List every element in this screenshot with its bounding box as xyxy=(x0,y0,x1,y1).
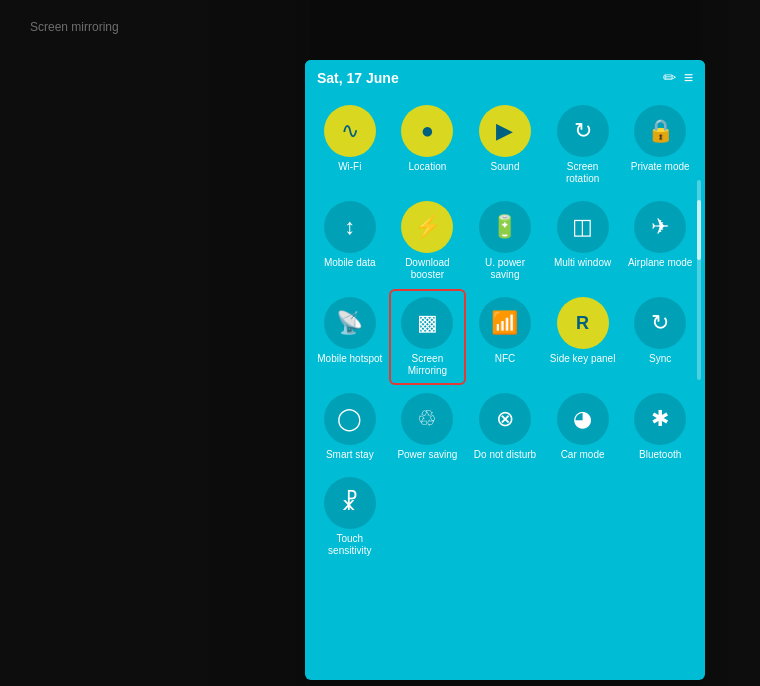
mobile-hotspot-icon-circle: 📡 xyxy=(324,297,376,349)
menu-icon[interactable]: ≡ xyxy=(684,69,693,87)
screen-rotation-icon: ↻ xyxy=(574,118,592,144)
do-not-disturb-label: Do not disturb xyxy=(474,449,536,461)
screen-mirroring-icon: ▩ xyxy=(417,310,438,336)
do-not-disturb-icon: ⊗ xyxy=(496,406,514,432)
car-mode-label: Car mode xyxy=(561,449,605,461)
side-key-panel-label: Side key panel xyxy=(550,353,616,365)
edit-icon[interactable]: ✏ xyxy=(663,68,676,87)
qs-car-mode[interactable]: ◕ Car mode xyxy=(546,387,620,467)
u-power-saving-icon-circle: 🔋 xyxy=(479,201,531,253)
qs-screen-rotation[interactable]: ↻ Screen rotation xyxy=(546,99,620,191)
mobile-hotspot-label: Mobile hotspot xyxy=(317,353,382,365)
qs-smart-stay[interactable]: ◯ Smart stay xyxy=(313,387,387,467)
smart-stay-icon-circle: ◯ xyxy=(324,393,376,445)
multi-window-icon-circle: ◫ xyxy=(557,201,609,253)
private-mode-icon-circle: 🔒 xyxy=(634,105,686,157)
quick-settings-grid: ∿ Wi-Fi ● Location ▶ Sound ↻ Screen rota… xyxy=(305,95,705,567)
download-booster-icon-circle: ⚡ xyxy=(401,201,453,253)
power-saving-label: Power saving xyxy=(397,449,457,461)
qs-sync[interactable]: ↻ Sync xyxy=(623,291,697,383)
bluetooth-icon-circle: ✱ xyxy=(634,393,686,445)
qs-mobile-data[interactable]: ↕ Mobile data xyxy=(313,195,387,287)
scrollbar-thumb xyxy=(697,200,701,260)
qs-bluetooth[interactable]: ✱ Bluetooth xyxy=(623,387,697,467)
qs-power-saving[interactable]: ♲ Power saving xyxy=(391,387,465,467)
car-mode-icon-circle: ◕ xyxy=(557,393,609,445)
nfc-icon-circle: 📶 xyxy=(479,297,531,349)
qs-airplane-mode[interactable]: ✈ Airplane mode xyxy=(623,195,697,287)
side-key-panel-icon-circle: R xyxy=(557,297,609,349)
download-booster-label: Download booster xyxy=(395,257,461,281)
wifi-icon: ∿ xyxy=(341,118,359,144)
private-mode-label: Private mode xyxy=(631,161,690,173)
smart-stay-label: Smart stay xyxy=(326,449,374,461)
bluetooth-label: Bluetooth xyxy=(639,449,681,461)
sync-icon: ↻ xyxy=(651,310,669,336)
screen-rotation-icon-circle: ↻ xyxy=(557,105,609,157)
qs-screen-mirroring[interactable]: ▩ Screen Mirroring xyxy=(391,291,465,383)
screen-mirroring-icon-circle: ▩ xyxy=(401,297,453,349)
qs-location[interactable]: ● Location xyxy=(391,99,465,191)
scrollbar[interactable] xyxy=(697,180,701,380)
location-icon-circle: ● xyxy=(401,105,453,157)
screen-rotation-label: Screen rotation xyxy=(550,161,616,185)
sync-label: Sync xyxy=(649,353,671,365)
bluetooth-icon: ✱ xyxy=(651,406,669,432)
right-dark-overlay xyxy=(700,0,760,686)
qs-u-power-saving[interactable]: 🔋 U. power saving xyxy=(468,195,542,287)
multi-window-label: Multi window xyxy=(554,257,611,269)
u-power-saving-label: U. power saving xyxy=(472,257,538,281)
nfc-icon: 📶 xyxy=(491,310,518,336)
location-label: Location xyxy=(408,161,446,173)
touch-sensitivity-label: Touch sensitivity xyxy=(317,533,383,557)
qs-sound[interactable]: ▶ Sound xyxy=(468,99,542,191)
mobile-data-icon: ↕ xyxy=(344,214,355,240)
header-icons: ✏ ≡ xyxy=(663,68,693,87)
qs-side-key-panel[interactable]: R Side key panel xyxy=(546,291,620,383)
sync-icon-circle: ↻ xyxy=(634,297,686,349)
multi-window-icon: ◫ xyxy=(572,214,593,240)
mobile-data-icon-circle: ↕ xyxy=(324,201,376,253)
wifi-icon-circle: ∿ xyxy=(324,105,376,157)
touch-sensitivity-icon-circle: ☧ xyxy=(324,477,376,529)
mobile-data-label: Mobile data xyxy=(324,257,376,269)
airplane-mode-icon: ✈ xyxy=(651,214,669,240)
sound-label: Sound xyxy=(491,161,520,173)
qs-do-not-disturb[interactable]: ⊗ Do not disturb xyxy=(468,387,542,467)
power-saving-icon-circle: ♲ xyxy=(401,393,453,445)
screen-mirror-label: Screen mirroring xyxy=(30,20,119,34)
do-not-disturb-icon-circle: ⊗ xyxy=(479,393,531,445)
u-power-saving-icon: 🔋 xyxy=(491,214,518,240)
qs-nfc[interactable]: 📶 NFC xyxy=(468,291,542,383)
phone-screen: Sat, 17 June ✏ ≡ ∿ Wi-Fi ● Location ▶ So… xyxy=(305,60,705,680)
car-mode-icon: ◕ xyxy=(573,406,592,432)
screen-mirroring-label: Screen Mirroring xyxy=(395,353,461,377)
qs-touch-sensitivity[interactable]: ☧ Touch sensitivity xyxy=(313,471,387,563)
qs-private-mode[interactable]: 🔒 Private mode xyxy=(623,99,697,191)
location-icon: ● xyxy=(421,118,434,144)
touch-sensitivity-icon: ☧ xyxy=(341,490,358,516)
sound-icon-circle: ▶ xyxy=(479,105,531,157)
qs-mobile-hotspot[interactable]: 📡 Mobile hotspot xyxy=(313,291,387,383)
sound-icon: ▶ xyxy=(496,118,513,144)
airplane-mode-icon-circle: ✈ xyxy=(634,201,686,253)
qs-wifi[interactable]: ∿ Wi-Fi xyxy=(313,99,387,191)
wifi-label: Wi-Fi xyxy=(338,161,361,173)
nfc-label: NFC xyxy=(495,353,516,365)
qs-multi-window[interactable]: ◫ Multi window xyxy=(546,195,620,287)
smart-stay-icon: ◯ xyxy=(337,406,362,432)
side-key-panel-icon: R xyxy=(576,313,589,334)
private-mode-icon: 🔒 xyxy=(647,118,674,144)
header-date: Sat, 17 June xyxy=(317,70,399,86)
left-dark-overlay xyxy=(0,0,310,686)
qs-download-booster[interactable]: ⚡ Download booster xyxy=(391,195,465,287)
power-saving-icon: ♲ xyxy=(417,406,437,432)
screen-header: Sat, 17 June ✏ ≡ xyxy=(305,60,705,95)
mobile-hotspot-icon: 📡 xyxy=(336,310,363,336)
airplane-mode-label: Airplane mode xyxy=(628,257,692,269)
download-booster-icon: ⚡ xyxy=(414,214,441,240)
